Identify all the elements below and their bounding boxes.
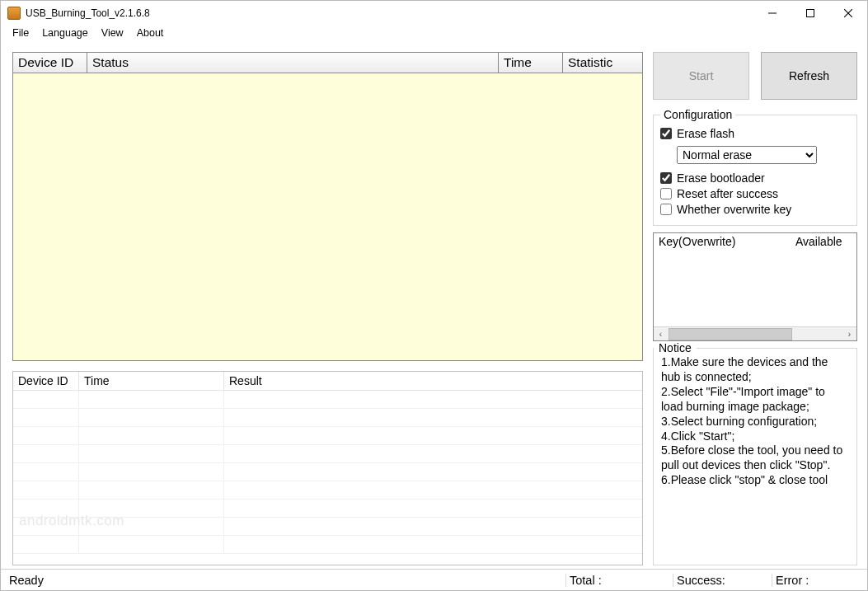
menu-file[interactable]: File — [6, 26, 35, 40]
reset-after-success-label: Reset after success — [677, 187, 778, 200]
reset-after-success-row[interactable]: Reset after success — [660, 187, 850, 200]
status-success: Success: — [673, 574, 772, 587]
notice-line: 6.Please click "stop" & close tool — [661, 473, 850, 488]
refresh-button[interactable]: Refresh — [761, 52, 857, 100]
reset-after-success-checkbox[interactable] — [660, 188, 672, 199]
scrollbar-thumb[interactable] — [669, 328, 792, 340]
table-row — [13, 500, 642, 518]
notice-line: 1.Make sure the devices and the hub is c… — [661, 355, 850, 385]
notice-line: 3.Select burning configuration; — [661, 415, 850, 429]
notice-title: Notice — [654, 341, 697, 354]
table-row — [13, 391, 642, 409]
col-available[interactable]: Available — [791, 233, 856, 250]
table-row — [13, 463, 642, 481]
menu-about[interactable]: About — [130, 26, 171, 40]
menu-view[interactable]: View — [95, 26, 130, 40]
log-table: Device ID Time Result — [12, 371, 643, 565]
notice-text: 1.Make sure the devices and the hub is c… — [654, 354, 856, 488]
erase-bootloader-row[interactable]: Erase bootloader — [660, 171, 850, 185]
col-time[interactable]: Time — [499, 53, 563, 73]
erase-flash-row[interactable]: Erase flash — [660, 127, 850, 140]
minimize-button[interactable] — [753, 1, 791, 26]
configuration-group: Configuration Erase flash Normal erase E… — [653, 108, 857, 226]
horizontal-scrollbar[interactable]: ‹ › — [654, 326, 856, 340]
maximize-button[interactable] — [791, 1, 829, 26]
close-button[interactable] — [829, 1, 867, 26]
table-row — [13, 445, 642, 463]
overwrite-key-row[interactable]: Whether overwrite key — [660, 203, 850, 216]
start-button[interactable]: Start — [653, 52, 749, 100]
key-table-header: Key(Overwrite) Available — [654, 233, 856, 250]
menubar: File Language View About — [1, 26, 867, 44]
erase-flash-label: Erase flash — [677, 127, 734, 140]
log-col-result[interactable]: Result — [224, 372, 642, 390]
scroll-right-icon[interactable]: › — [842, 327, 856, 341]
statusbar: Ready Total : Success: Error : — [1, 569, 867, 590]
erase-flash-checkbox[interactable] — [660, 128, 672, 139]
table-row — [13, 481, 642, 500]
notice-line: 5.Before close the tool, you need to pul… — [661, 443, 850, 473]
log-col-time[interactable]: Time — [79, 372, 224, 390]
col-status[interactable]: Status — [87, 53, 499, 73]
log-col-device-id[interactable]: Device ID — [13, 372, 79, 390]
log-table-header: Device ID Time Result — [13, 372, 642, 391]
status-ready: Ready — [6, 574, 565, 587]
app-icon — [7, 7, 21, 20]
overwrite-key-label: Whether overwrite key — [677, 203, 791, 216]
key-table-body — [654, 250, 856, 326]
menu-language[interactable]: Language — [35, 26, 95, 40]
notice-group: Notice 1.Make sure the devices and the h… — [653, 348, 857, 565]
col-statistic[interactable]: Statistic — [563, 53, 642, 73]
key-overwrite-table: Key(Overwrite) Available ‹ › — [653, 232, 857, 341]
col-key-overwrite[interactable]: Key(Overwrite) — [654, 233, 791, 250]
log-table-body — [13, 391, 642, 565]
erase-bootloader-checkbox[interactable] — [660, 172, 672, 184]
scroll-left-icon[interactable]: ‹ — [654, 327, 668, 341]
device-table-header: Device ID Status Time Statistic — [13, 53, 642, 73]
device-table-body — [13, 73, 642, 360]
titlebar: USB_Burning_Tool_v2.1.6.8 — [1, 1, 867, 26]
table-row — [13, 518, 642, 536]
overwrite-key-checkbox[interactable] — [660, 204, 672, 215]
status-total: Total : — [565, 574, 673, 587]
notice-line: 4.Click "Start"; — [661, 429, 850, 444]
erase-mode-select[interactable]: Normal erase — [677, 146, 817, 164]
svg-rect-0 — [807, 10, 814, 17]
device-table: Device ID Status Time Statistic — [12, 52, 643, 361]
window-title: USB_Burning_Tool_v2.1.6.8 — [26, 7, 150, 19]
notice-line: 2.Select "File"-"Import image" to load b… — [661, 385, 850, 415]
table-row — [13, 427, 642, 445]
table-row — [13, 536, 642, 554]
erase-bootloader-label: Erase bootloader — [677, 171, 765, 185]
status-error: Error : — [772, 574, 862, 587]
col-device-id[interactable]: Device ID — [13, 53, 87, 73]
configuration-legend: Configuration — [660, 108, 735, 121]
table-row — [13, 409, 642, 427]
